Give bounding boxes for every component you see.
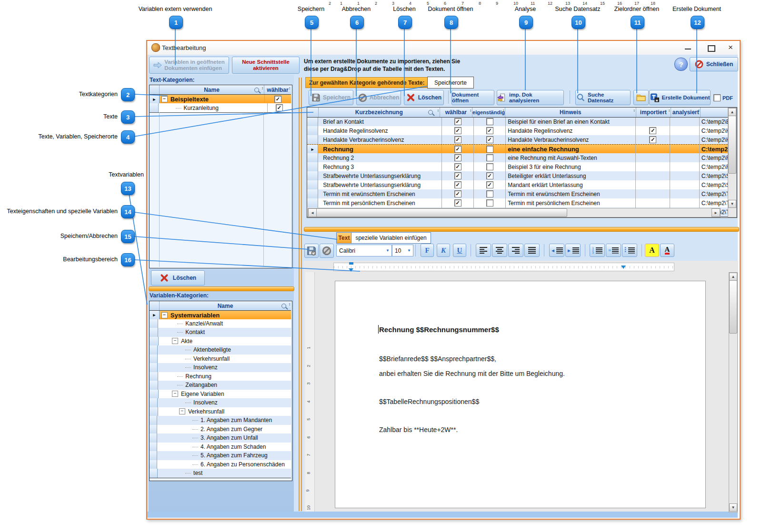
maximize-button[interactable] <box>708 45 715 52</box>
var-tree-row[interactable]: 6. Angaben zu Personenschäden <box>150 460 291 470</box>
var-tree-row[interactable]: −Eigene Variablen <box>150 390 291 399</box>
var-tree-row[interactable]: ► −Systemvariablen <box>150 310 291 320</box>
text-row[interactable]: Handakte Regelinsolvenz ✓ ✓ Handakte Reg… <box>307 126 728 136</box>
collapse-icon[interactable]: − <box>161 312 168 318</box>
italic-button[interactable]: K <box>437 244 450 257</box>
row-selector-cell[interactable] <box>150 319 158 328</box>
checkbox-eigenstaendig[interactable]: ✓ <box>486 136 493 143</box>
collapse-icon[interactable]: − <box>172 391 178 397</box>
open-document-button[interactable]: Dokument öffnen <box>451 90 494 105</box>
search-icon[interactable] <box>254 88 259 92</box>
checkbox-waehlbar[interactable]: ✓ <box>454 146 461 153</box>
text-row[interactable]: Strafbewehrte Unterlassungserklärung ✓ ✓… <box>307 180 728 190</box>
row-selector-cell[interactable] <box>307 126 318 135</box>
save-text-button[interactable]: Speichern <box>309 90 353 105</box>
text-categories-header[interactable]: Name↕ wählbar↕ <box>150 85 291 95</box>
splitter-bar-horizontal-left[interactable] <box>149 286 294 291</box>
checkbox-eigenstaendig[interactable] <box>486 190 493 197</box>
collapse-icon[interactable]: − <box>172 338 178 344</box>
checkbox-eigenstaendig[interactable] <box>486 154 493 161</box>
checkbox-waehlbar[interactable]: ✓ <box>454 118 461 125</box>
row-selector-cell[interactable] <box>307 153 318 162</box>
create-document-button[interactable]: Erstelle Dokument <box>649 90 711 105</box>
var-tree-row[interactable]: Insolvenz <box>150 363 291 373</box>
row-selector-cell[interactable] <box>307 189 318 198</box>
search-record-button[interactable]: Suche Datensatz <box>575 90 631 105</box>
collapse-icon[interactable]: − <box>179 408 185 414</box>
texts-table-header[interactable]: Kurzbezeichnung↕ wählbar↕ eigenständig↕ … <box>307 108 728 118</box>
var-tree-row[interactable]: Kanzlei/Anwalt <box>150 319 291 329</box>
editor-cancel-button[interactable] <box>320 244 334 258</box>
text-row[interactable]: Brief an Kontakt ✓ Beispiel für einen Br… <box>307 117 728 127</box>
scroll-up-icon[interactable]: ▲ <box>729 273 737 281</box>
right-indent-marker[interactable] <box>621 266 626 269</box>
minimize-button[interactable] <box>685 49 691 49</box>
row-selector-cell[interactable] <box>150 337 159 346</box>
row-selector-cell[interactable] <box>307 171 318 180</box>
tree-row-kurzanleitung[interactable]: Kurzanleitung ✓ <box>150 103 291 113</box>
row-selector-cell[interactable] <box>150 433 157 443</box>
var-tree-row[interactable]: 3. Angaben zum Unfall <box>150 433 291 443</box>
row-selector-cell[interactable] <box>150 407 158 416</box>
horizontal-scroll-thumb[interactable] <box>316 208 567 217</box>
vertical-scroll-thumb[interactable] <box>728 116 736 174</box>
new-interface-button[interactable]: Neue Schnittstelle aktivieren <box>232 57 300 74</box>
splitter-line[interactable] <box>301 78 302 511</box>
row-selector-cell[interactable] <box>307 117 318 126</box>
var-tree-row[interactable]: test <box>150 469 291 478</box>
text-row[interactable]: Handakte Verbraucherinsolvenz ✓ ✓ Handak… <box>307 135 728 145</box>
checkbox-waehlbar[interactable]: ✓ <box>454 199 461 207</box>
var-tree-row[interactable]: Insolvenz <box>150 398 291 408</box>
align-justify-button[interactable] <box>524 244 540 257</box>
checkbox-eigenstaendig[interactable] <box>486 118 493 125</box>
checkbox-waehlbar[interactable]: ✓ <box>454 190 461 197</box>
row-selector-cell[interactable] <box>150 372 158 381</box>
checkbox-eigenstaendig[interactable]: ✓ <box>486 181 493 188</box>
row-selector-cell[interactable] <box>150 345 158 355</box>
checkbox-waehlbar[interactable]: ✓ <box>454 154 461 161</box>
row-selector-cell[interactable]: ► <box>307 145 318 154</box>
checkbox-eigenstaendig[interactable]: ✓ <box>486 172 493 179</box>
underline-button[interactable]: U <box>453 244 466 257</box>
align-center-button[interactable] <box>492 244 507 257</box>
row-selector-cell[interactable] <box>150 443 157 452</box>
checkbox-waehlbar[interactable]: ✓ <box>274 96 281 103</box>
tree-row-beispieltexte[interactable]: ► −Beispieltexte ✓ <box>150 94 291 104</box>
var-tree-row[interactable]: −Akte <box>150 337 291 346</box>
checkbox-waehlbar[interactable]: ✓ <box>454 136 461 143</box>
var-tree-row[interactable]: 1. Angaben zum Mandanten <box>150 416 291 425</box>
align-right-button[interactable] <box>508 244 523 257</box>
tab-special-variables[interactable]: spezielle Variablen einfügen <box>351 232 431 244</box>
row-selector-cell[interactable] <box>150 469 158 478</box>
splitter-bar-horizontal-right[interactable] <box>304 227 739 232</box>
var-tree-row[interactable]: 5. Angaben zum Fahrzeug <box>150 451 291 461</box>
var-tree-row[interactable]: Verkehrsunfall <box>150 355 291 364</box>
close-window-icon[interactable]: × <box>728 43 733 52</box>
text-row[interactable]: Termin mit persönlichem Erscheinen ✓ Ter… <box>307 198 728 208</box>
row-selector-cell[interactable] <box>307 180 318 189</box>
checkbox-eigenstaendig[interactable]: ✓ <box>486 127 493 134</box>
indent-button[interactable]: ► <box>565 244 581 257</box>
row-selector-cell[interactable] <box>150 363 158 372</box>
pdf-checkbox[interactable] <box>713 94 721 101</box>
row-selector-cell[interactable] <box>150 425 157 434</box>
indent-marker-top[interactable] <box>349 262 353 265</box>
text-row[interactable]: Termin mit erwünschtem Erscheinen ✓ Term… <box>307 189 728 199</box>
bullet-list-button[interactable]: *** <box>622 244 637 257</box>
row-selector-cell[interactable] <box>150 328 158 337</box>
font-color-button[interactable]: A <box>660 244 674 257</box>
row-selector-cell[interactable] <box>150 451 157 460</box>
var-tree-row[interactable]: 2. Angaben zum Gegner <box>150 425 291 434</box>
search-icon[interactable] <box>281 304 286 308</box>
editor-scroll-thumb[interactable] <box>729 280 737 334</box>
align-left-button[interactable] <box>476 244 491 257</box>
row-selector-cell[interactable] <box>150 416 157 425</box>
font-size-select[interactable]: 10 ▼ <box>392 245 413 256</box>
checkbox-eigenstaendig[interactable] <box>486 199 493 207</box>
scroll-up-icon[interactable]: ▲ <box>728 108 736 116</box>
checkbox-importiert[interactable]: ✓ <box>649 136 656 143</box>
checkbox-importiert[interactable]: ✓ <box>649 127 656 134</box>
row-selector-cell[interactable] <box>150 381 158 390</box>
row-selector-cell[interactable] <box>150 103 159 112</box>
tab-text[interactable]: Text <box>336 232 352 244</box>
